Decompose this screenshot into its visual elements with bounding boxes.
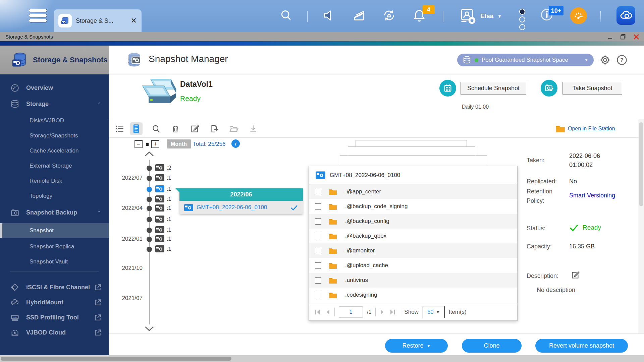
folder-checkbox[interactable] bbox=[315, 233, 321, 239]
last-page-icon[interactable] bbox=[389, 309, 396, 315]
folder-row[interactable]: .@backup_config bbox=[309, 214, 517, 229]
edit-snapshot-icon[interactable] bbox=[190, 123, 200, 134]
timeline-scroll-up-icon[interactable] bbox=[144, 151, 155, 157]
sidebar-item-topology[interactable]: Topology bbox=[0, 190, 109, 202]
help-icon[interactable]: ? bbox=[616, 54, 628, 66]
page-size-select[interactable]: 50 ▼ bbox=[423, 306, 445, 318]
snapshot-icon[interactable] bbox=[155, 235, 164, 242]
settings-gear-icon[interactable] bbox=[599, 54, 611, 66]
snapshot-icon[interactable] bbox=[155, 216, 164, 223]
restore-button[interactable]: Restore ▼ bbox=[385, 339, 448, 353]
next-page-icon[interactable] bbox=[380, 309, 385, 315]
search-icon[interactable] bbox=[279, 8, 293, 23]
pool-guaranteed-snapshot-space-button[interactable]: Pool Guaranteed Snapshot Space ▼ bbox=[457, 54, 594, 66]
sidebar-item-snapshot-backup[interactable]: Snapshot Backup ⌃ bbox=[0, 206, 109, 219]
sidebar-item-remote-disk[interactable]: Remote Disk bbox=[0, 175, 109, 187]
sidebar-item-cache-acceleration[interactable]: Cache Acceleration bbox=[0, 145, 109, 157]
sidebar-item-hybridmount[interactable]: HybridMount bbox=[0, 296, 109, 308]
clone-button[interactable]: Clone bbox=[462, 339, 522, 353]
schedule-snapshot-button[interactable]: Schedule Snapshot bbox=[461, 82, 526, 95]
open-in-file-station-link[interactable]: Open in File Station bbox=[568, 126, 615, 132]
schedule-calendar-icon[interactable] bbox=[439, 80, 456, 97]
snapshot-icon[interactable] bbox=[155, 195, 164, 202]
page-number-input[interactable]: 1 bbox=[339, 306, 363, 318]
main-menu-icon[interactable] bbox=[29, 9, 47, 23]
horizontal-scrollbar[interactable] bbox=[0, 355, 644, 362]
search-snapshot-icon[interactable] bbox=[151, 123, 161, 134]
sidebar-item-storage[interactable]: Storage ⌃ bbox=[0, 98, 109, 110]
prev-page-icon[interactable] bbox=[325, 309, 330, 315]
sidebar-item-disks-vjbod[interactable]: Disks/VJBOD bbox=[0, 115, 109, 127]
edit-description-icon[interactable] bbox=[571, 271, 580, 279]
close-icon[interactable] bbox=[633, 34, 639, 40]
myqnapcloud-icon[interactable] bbox=[616, 6, 635, 25]
sidebar-item-external-storage[interactable]: External Storage bbox=[0, 160, 109, 172]
export-snapshot-icon[interactable] bbox=[209, 123, 220, 134]
status-label: Status: bbox=[527, 224, 566, 233]
chevron-up-icon[interactable]: ⌃ bbox=[97, 102, 101, 107]
folder-row[interactable]: .@backup_qbox bbox=[309, 229, 517, 243]
chevron-up-icon[interactable]: ⌃ bbox=[97, 210, 101, 215]
snapshot-icon-selected[interactable] bbox=[155, 185, 164, 192]
folder-checkbox[interactable] bbox=[315, 218, 321, 225]
snapshot-icon[interactable] bbox=[155, 164, 164, 171]
sidebar-item-iscsi-fibre-channel[interactable]: iSCSI & Fibre Channel bbox=[0, 281, 109, 293]
retention-policy-link[interactable]: Smart Versioning bbox=[569, 191, 615, 200]
delete-snapshot-icon[interactable] bbox=[170, 123, 181, 134]
take-snapshot-icon[interactable] bbox=[541, 80, 557, 97]
folder-checkbox[interactable] bbox=[315, 277, 321, 284]
background-tasks-icon[interactable] bbox=[352, 8, 366, 23]
folder-checkbox[interactable] bbox=[315, 262, 321, 269]
minimize-icon[interactable] bbox=[607, 34, 613, 40]
folder-icon bbox=[329, 188, 337, 195]
folder-row[interactable]: .codesigning bbox=[309, 288, 517, 302]
folder-checkbox[interactable] bbox=[315, 189, 321, 195]
folder-row[interactable]: .antivirus bbox=[309, 273, 517, 288]
info-icon[interactable]: i bbox=[231, 139, 240, 148]
volume-icon[interactable] bbox=[321, 8, 336, 23]
vertical-scrollbar[interactable] bbox=[638, 119, 644, 334]
popup-title: GMT+08_2022-06-06_0100 bbox=[330, 172, 400, 179]
folder-row[interactable]: .@upload_cache bbox=[309, 258, 517, 273]
folder-row[interactable]: .@qmonitor bbox=[309, 243, 517, 258]
sidebar-item-storage-snapshots[interactable]: Storage/Snapshots bbox=[0, 130, 109, 142]
app-tab-storage-snapshots[interactable]: Storage & S... ✕ bbox=[54, 9, 142, 32]
zoom-out-button[interactable]: − bbox=[135, 140, 143, 148]
dashboard-gauge-icon[interactable] bbox=[570, 7, 587, 24]
tab-close-icon[interactable]: ✕ bbox=[131, 16, 137, 25]
first-page-icon[interactable] bbox=[314, 309, 321, 315]
sidebar-item-ssd-profiling-tool[interactable]: SSD SSD Profiling Tool bbox=[0, 311, 109, 323]
user-menu[interactable]: Elsa ▼ bbox=[459, 7, 502, 25]
folder-icon bbox=[329, 292, 337, 299]
snapshot-icon[interactable] bbox=[155, 204, 164, 212]
description-label: Description: bbox=[527, 272, 570, 281]
sidebar-item-snapshot-replica[interactable]: Snapshot Replica bbox=[0, 241, 109, 253]
folder-checkbox[interactable] bbox=[315, 248, 321, 254]
folder-row[interactable]: .@app_center bbox=[309, 184, 517, 199]
timeline-scroll-down-icon[interactable] bbox=[144, 326, 155, 332]
folder-row[interactable]: .@backup_code_signing bbox=[309, 199, 517, 214]
list-view-icon[interactable] bbox=[114, 123, 125, 134]
brand-title: Storage & Snapshots bbox=[33, 56, 107, 64]
sidebar-item-snapshot[interactable]: Snapshot bbox=[0, 225, 109, 237]
open-folder-icon bbox=[228, 123, 239, 134]
sync-icon[interactable] bbox=[382, 8, 396, 23]
sidebar-item-snapshot-vault[interactable]: Snapshot Vault bbox=[0, 256, 109, 268]
take-snapshot-button[interactable]: Take Snapshot bbox=[562, 82, 622, 95]
timeline-view-icon[interactable] bbox=[130, 122, 143, 135]
snapshot-icon[interactable] bbox=[155, 245, 164, 252]
revert-volume-snapshot-button[interactable]: Revert volume snapshot bbox=[535, 339, 628, 353]
tooltip-snapshot-row[interactable]: GMT+08_2022-06-06_0100 bbox=[179, 201, 303, 214]
zoom-in-button[interactable]: + bbox=[151, 140, 159, 148]
more-options-icon[interactable] bbox=[519, 9, 525, 32]
maximize-icon[interactable] bbox=[620, 34, 626, 40]
vertical-scrollbar-thumb[interactable] bbox=[639, 122, 643, 206]
horizontal-scrollbar-thumb[interactable] bbox=[1, 357, 231, 361]
folder-checkbox[interactable] bbox=[315, 203, 321, 210]
snapshot-icon[interactable] bbox=[155, 226, 164, 233]
sidebar-item-vjbod-cloud[interactable]: VJBOD Cloud bbox=[0, 326, 109, 339]
sidebar-item-overview[interactable]: Overview bbox=[0, 82, 109, 94]
folder-checkbox[interactable] bbox=[315, 292, 321, 298]
storage-db-icon bbox=[10, 100, 19, 109]
snapshot-icon[interactable] bbox=[155, 174, 164, 181]
